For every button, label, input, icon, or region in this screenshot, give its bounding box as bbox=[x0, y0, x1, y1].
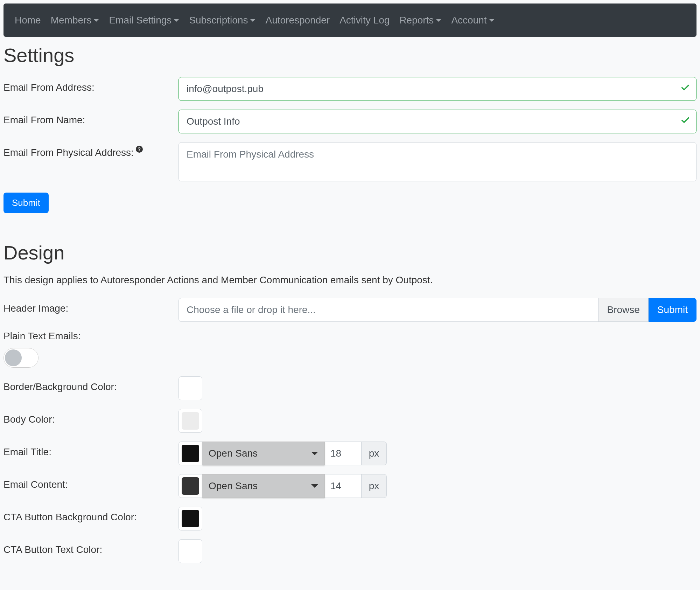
swatch-inner bbox=[182, 510, 199, 527]
email-title-row: Email Title: Open Sans px bbox=[4, 442, 696, 465]
from-address-input[interactable] bbox=[178, 77, 696, 101]
body-color-row: Body Color: bbox=[4, 409, 696, 433]
swatch-inner bbox=[182, 380, 199, 397]
from-name-input[interactable] bbox=[178, 110, 696, 133]
physical-address-label: Email From Physical Address: ? bbox=[4, 142, 178, 158]
unit-label: px bbox=[362, 474, 387, 498]
settings-submit-button[interactable]: Submit bbox=[4, 193, 49, 213]
email-title-label: Email Title: bbox=[4, 442, 178, 458]
chevron-down-icon bbox=[489, 19, 495, 22]
body-color-swatch[interactable] bbox=[178, 409, 202, 433]
nav-subscriptions[interactable]: Subscriptions bbox=[184, 8, 260, 33]
email-content-font-select[interactable]: Open Sans bbox=[202, 474, 325, 498]
email-content-size-input[interactable] bbox=[325, 474, 362, 498]
body-color-label: Body Color: bbox=[4, 409, 178, 425]
nav-account[interactable]: Account bbox=[446, 8, 499, 33]
swatch-inner bbox=[182, 412, 199, 430]
swatch-inner bbox=[182, 477, 199, 495]
nav-activity-log[interactable]: Activity Log bbox=[335, 8, 394, 33]
nav-members-label: Members bbox=[51, 15, 92, 26]
email-title-font-value: Open Sans bbox=[209, 448, 258, 459]
nav-account-label: Account bbox=[451, 15, 486, 26]
email-content-color-swatch[interactable] bbox=[178, 474, 202, 498]
browse-button[interactable]: Browse bbox=[598, 298, 648, 322]
nav-reports-label: Reports bbox=[399, 15, 434, 26]
chevron-down-icon bbox=[311, 452, 318, 455]
check-icon bbox=[680, 83, 690, 95]
header-image-label: Header Image: bbox=[4, 298, 178, 314]
nav-home-label: Home bbox=[15, 15, 41, 26]
physical-address-label-text: Email From Physical Address: bbox=[4, 147, 134, 158]
chevron-down-icon bbox=[311, 484, 318, 488]
cta-bg-label: CTA Button Background Color: bbox=[4, 507, 178, 523]
border-bg-label: Border/Background Color: bbox=[4, 376, 178, 393]
settings-heading: Settings bbox=[4, 44, 696, 67]
border-bg-swatch[interactable] bbox=[178, 376, 202, 400]
nav-autoresponder[interactable]: Autoresponder bbox=[260, 8, 335, 33]
cta-bg-row: CTA Button Background Color: bbox=[4, 507, 696, 530]
from-address-label: Email From Address: bbox=[4, 77, 178, 93]
email-title-size-input[interactable] bbox=[325, 442, 362, 465]
chevron-down-icon bbox=[93, 19, 99, 22]
nav-subscriptions-label: Subscriptions bbox=[189, 15, 248, 26]
chevron-down-icon bbox=[174, 19, 179, 22]
swatch-inner bbox=[182, 445, 199, 462]
plain-text-label: Plain Text Emails: bbox=[4, 331, 178, 342]
nav-autoresponder-label: Autoresponder bbox=[265, 15, 330, 26]
email-title-font-select[interactable]: Open Sans bbox=[202, 442, 325, 465]
nav-members[interactable]: Members bbox=[46, 8, 104, 33]
email-content-font-value: Open Sans bbox=[209, 480, 258, 492]
nav-email-settings[interactable]: Email Settings bbox=[104, 8, 184, 33]
email-content-label: Email Content: bbox=[4, 474, 178, 490]
swatch-inner bbox=[182, 542, 199, 560]
nav-activity-log-label: Activity Log bbox=[340, 15, 390, 26]
physical-address-row: Email From Physical Address: ? bbox=[4, 142, 696, 184]
toggle-knob bbox=[5, 349, 22, 366]
header-image-row: Header Image: Choose a file or drop it h… bbox=[4, 298, 696, 322]
plain-text-toggle[interactable] bbox=[4, 348, 38, 368]
unit-label: px bbox=[362, 442, 387, 465]
file-input[interactable]: Choose a file or drop it here... bbox=[178, 298, 598, 322]
email-title-color-swatch[interactable] bbox=[178, 442, 202, 465]
nav-home[interactable]: Home bbox=[10, 8, 46, 33]
border-bg-row: Border/Background Color: bbox=[4, 376, 696, 400]
from-name-row: Email From Name: bbox=[4, 110, 696, 133]
cta-text-label: CTA Button Text Color: bbox=[4, 539, 178, 555]
chevron-down-icon bbox=[250, 19, 255, 22]
design-heading: Design bbox=[4, 241, 696, 264]
email-content-row: Email Content: Open Sans px bbox=[4, 474, 696, 498]
navbar: Home Members Email Settings Subscription… bbox=[4, 4, 696, 37]
cta-bg-swatch[interactable] bbox=[178, 507, 202, 530]
physical-address-input[interactable] bbox=[178, 142, 696, 181]
cta-text-row: CTA Button Text Color: bbox=[4, 539, 696, 563]
design-subtitle: This design applies to Autoresponder Act… bbox=[4, 275, 696, 286]
cta-text-swatch[interactable] bbox=[178, 539, 202, 563]
check-icon bbox=[680, 116, 690, 128]
nav-email-settings-label: Email Settings bbox=[109, 15, 172, 26]
chevron-down-icon bbox=[436, 19, 441, 22]
from-name-label: Email From Name: bbox=[4, 110, 178, 126]
nav-reports[interactable]: Reports bbox=[394, 8, 446, 33]
from-address-row: Email From Address: bbox=[4, 77, 696, 101]
help-icon[interactable]: ? bbox=[136, 146, 143, 153]
file-submit-button[interactable]: Submit bbox=[649, 298, 696, 322]
